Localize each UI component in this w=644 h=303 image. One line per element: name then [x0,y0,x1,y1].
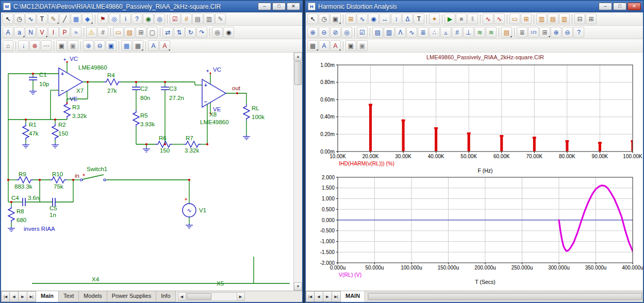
zoom-out-2-button[interactable]: ⊖ [562,27,573,38]
find-part-button[interactable]: ◎ [212,27,223,38]
fft-window-button[interactable]: ∿ [494,13,505,24]
pages-button[interactable]: ▣▾ [330,13,341,24]
font-settings-button[interactable]: A▾ [330,40,341,51]
help-contents-button[interactable]: ⌂ [3,40,13,51]
zoom-in-button[interactable]: ⊕ [307,27,318,38]
rule-check-button[interactable]: ☑ [170,13,180,24]
resistor-symbol[interactable] [243,104,250,121]
grid-spacing-button[interactable]: ▦▾ [133,40,143,51]
text-color-button[interactable]: A [148,40,159,51]
grid-toggle-button[interactable]: # [181,13,192,24]
first-page-button[interactable]: |◀ [306,291,315,302]
font-settings-button[interactable]: A▾ [159,40,170,51]
number-format-button[interactable]: 123 [528,27,539,38]
copy-to-page-button[interactable]: ▣ [56,40,67,51]
data-points-toggle-button[interactable]: ▭ [509,13,520,24]
zoom-restore-button[interactable]: ⊘ [330,27,341,38]
text-mode-button[interactable]: T [414,13,424,24]
tab-main[interactable]: Main [36,291,59,302]
error-markers-button[interactable]: ⚠ [86,27,97,38]
vertical-scroll-track[interactable] [294,86,302,282]
mirror-vertical-button[interactable]: ⇅ [174,27,185,38]
previous-page-button[interactable]: ◀ [10,291,19,302]
text-mode-button[interactable]: T [37,13,47,24]
plot-grid-select-button[interactable]: ⊞▾ [539,27,550,38]
scroll-right-button[interactable]: ▶ [237,293,244,300]
component-picker-button[interactable]: ◆▾ [82,13,93,24]
zoom-out-button[interactable]: ⊖ [319,27,329,38]
resistor-symbol[interactable] [52,124,58,140]
data-point-marks-button[interactable]: ∴ [429,27,440,38]
resistor-symbol[interactable] [50,177,67,183]
minor-log-grids-button[interactable]: # [452,27,463,38]
scroll-up-button[interactable]: ▲ [294,53,302,61]
select-cursor-button[interactable]: ↖ [307,13,318,24]
point-tag-mode-button[interactable]: ◉ [368,13,379,24]
numeric-output-button[interactable]: ≣ [517,27,527,38]
close-button[interactable]: ✕ [628,3,641,10]
grid-spacing-button[interactable]: ▦▾ [307,40,318,51]
collapse-panels-button[interactable]: ⊟ [574,13,585,24]
mirror-horizontal-button[interactable]: ⇄ [162,27,173,38]
next-page-button[interactable]: ▶ [19,291,27,302]
what-is-help-button[interactable]: ? [573,27,584,38]
currents-toggle-button[interactable]: I [48,27,59,38]
scroll-down-button[interactable]: ▼ [294,282,302,291]
tab-power-supplies[interactable]: Power Supplies [107,291,156,302]
ruler-toggle-button[interactable]: ⊞ [521,13,532,24]
tab-text[interactable]: Text [59,291,79,302]
find-next-button[interactable]: ◉ [223,27,234,38]
zoom-out-button[interactable]: ⊖ [94,40,105,51]
node-numbers-toggle-button[interactable]: N [25,27,36,38]
select-cursor-button[interactable]: ↖ [3,13,13,24]
first-page-button[interactable]: |◀ [1,291,10,302]
text-color-button[interactable]: A [319,40,329,51]
expand-panels-button[interactable]: ⊞ [586,13,597,24]
cursor-mode-button[interactable]: ∿ [357,13,368,24]
plot-panel-2-button[interactable]: ▤ [548,13,558,24]
zoom-fit-button[interactable]: ◎ [341,27,352,38]
rotate-part-button[interactable]: ↻ [185,27,196,38]
maximize-button[interactable]: □ [272,3,286,10]
conditions-toggle-button[interactable]: ≈ [71,27,81,38]
analysis-limits-button[interactable]: ∿ [483,13,493,24]
horizontal-axis-grids-button[interactable]: ▤ [372,27,383,38]
attribute-text-toggle-button[interactable]: a▾ [14,27,25,38]
properties-button[interactable]: ✦ [429,13,440,24]
pen-tool-button[interactable]: ✎ [215,13,226,24]
graphics-mode-button[interactable]: ✎▾ [48,13,59,24]
performance-tag-mode-button[interactable]: Δ [402,13,413,24]
duplicate-page-button[interactable]: ▣ [68,40,78,51]
info-mode-button[interactable]: i [120,13,131,24]
resistor-symbol[interactable] [64,102,70,119]
schematic-canvas[interactable]: +−+−∿++++C110pVCLME49860X7VER33.32kR147k… [1,53,293,291]
more-options-button[interactable]: ⋯ [41,40,52,51]
rotate-tool-button[interactable]: ◷ [14,13,25,24]
node-voltages-toggle-button[interactable]: V▾ [37,27,47,38]
resistor-symbol[interactable] [23,124,29,140]
scroll-left-button[interactable]: ◀ [178,293,186,300]
tokens-toggle-button[interactable]: ▵ [440,27,451,38]
flip-part-button[interactable]: ↷ [196,27,207,38]
tab-models[interactable]: Models [79,291,107,302]
region-enable-button[interactable]: ◎ [154,13,165,24]
copy-page-button[interactable]: ▣ [345,40,356,51]
resistor-symbol[interactable] [16,177,33,183]
run-button-button[interactable]: ▶ [444,13,455,24]
last-page-button[interactable]: ▶| [332,291,341,302]
wire-mode-button[interactable]: ∿ [25,13,36,24]
plot-panel-1-button[interactable]: ▥ [536,13,547,24]
zoom-area-button[interactable]: ▣ [106,40,117,51]
previous-page-button[interactable]: ◀ [315,291,323,302]
envelope-toggle-button[interactable]: ≋ [474,27,485,38]
trace-thickness-button[interactable]: ≣ [418,27,428,38]
stop-button-button[interactable]: ■ [456,13,467,24]
stop-button-button[interactable]: ⊗ [29,40,40,51]
zoom-tool-button[interactable]: ◎ [109,13,120,24]
grid-dots-toggle-button[interactable]: # [97,27,108,38]
close-button[interactable]: ✕ [287,3,300,10]
step-button-button[interactable]: ↓ [18,40,29,51]
scale-mode-button[interactable]: ⊞ [345,13,356,24]
resistor-symbol[interactable] [133,110,139,127]
zoom-in-2-button[interactable]: ⊕ [551,27,562,38]
